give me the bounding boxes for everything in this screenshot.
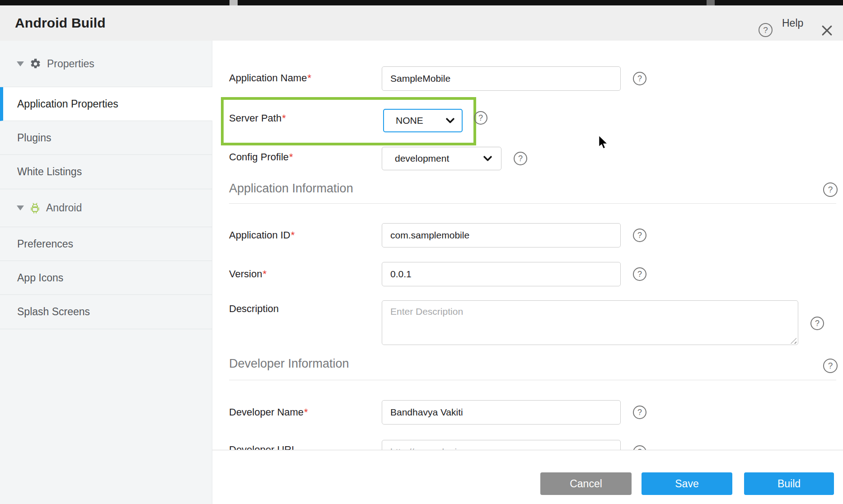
chevron-down-icon — [483, 156, 492, 162]
required-asterisk: * — [304, 406, 308, 418]
sidebar-item-splash-screens[interactable]: Splash Screens — [0, 295, 212, 329]
help-link[interactable]: Help — [782, 17, 803, 29]
help-circle-icon[interactable]: ? — [633, 72, 646, 85]
sidebar-item-label: Preferences — [17, 238, 73, 250]
chevron-down-icon — [446, 118, 454, 124]
application-name-label: Application Name* — [229, 72, 311, 84]
application-id-label: Application ID* — [229, 229, 295, 241]
help-circle-icon[interactable]: ? — [474, 111, 487, 125]
description-textarea[interactable] — [382, 300, 798, 345]
top-window-strip — [0, 0, 843, 5]
form-scroll-area: Application Name* ? Server Path* NONE ? … — [212, 41, 843, 450]
server-path-label: Server Path* — [229, 112, 286, 124]
top-strip-notch — [229, 0, 238, 5]
help-circle-icon[interactable]: ? — [633, 267, 646, 281]
config-profile-select[interactable]: development — [382, 147, 501, 170]
dialog-title: Android Build — [15, 15, 106, 31]
help-circle-icon[interactable]: ? — [633, 445, 646, 450]
triangle-down-icon — [17, 61, 24, 66]
help-circle-icon[interactable]: ? — [823, 182, 838, 197]
help-circle-icon[interactable]: ? — [810, 317, 824, 330]
sidebar-group-android[interactable]: Android — [0, 189, 212, 227]
help-circle-icon[interactable]: ? — [514, 152, 527, 165]
sidebar-item-label: Application Properties — [17, 98, 118, 110]
required-asterisk: * — [289, 151, 293, 163]
sidebar-item-preferences[interactable]: Preferences — [0, 227, 212, 261]
developer-information-heading: Developer Information — [229, 357, 349, 371]
developer-name-label: Developer Name* — [229, 406, 308, 418]
sidebar-item-label: Splash Screens — [17, 306, 90, 318]
help-circle-icon[interactable]: ? — [823, 359, 838, 373]
help-circle-icon[interactable]: ? — [633, 229, 646, 242]
cancel-button[interactable]: Cancel — [540, 472, 632, 495]
gear-icon — [30, 58, 41, 70]
developer-url-input[interactable] — [382, 440, 621, 450]
version-input[interactable] — [382, 262, 621, 286]
sidebar-item-label: Plugins — [17, 132, 51, 144]
sidebar-item-app-icons[interactable]: App Icons — [0, 261, 212, 295]
application-name-input[interactable] — [382, 66, 621, 91]
server-path-value: NONE — [396, 115, 423, 126]
required-asterisk: * — [307, 72, 311, 84]
sidebar-item-application-properties[interactable]: Application Properties — [0, 87, 212, 121]
android-build-dialog: { "window": { "title": "Android Build", … — [0, 0, 843, 504]
sidebar-group-properties[interactable]: Properties — [0, 41, 212, 87]
help-circle-icon[interactable]: ? — [633, 406, 646, 419]
developer-name-input[interactable] — [382, 400, 621, 425]
version-label: Version* — [229, 268, 267, 280]
sidebar-group-label: Properties — [47, 58, 94, 70]
config-profile-label: Config Profile* — [229, 151, 293, 163]
top-strip-notch — [707, 0, 715, 5]
config-profile-value: development — [395, 153, 449, 164]
help-circle-icon[interactable]: ? — [759, 23, 773, 37]
required-asterisk: * — [262, 268, 267, 280]
application-id-input[interactable] — [382, 223, 621, 247]
sidebar-item-label: App Icons — [17, 272, 63, 284]
description-label: Description — [229, 303, 279, 315]
triangle-down-icon — [17, 205, 24, 210]
application-information-heading: Application Information — [229, 182, 353, 196]
close-icon[interactable] — [821, 24, 833, 37]
section-divider — [229, 203, 836, 204]
dialog-header: Android Build ? Help — [0, 5, 843, 41]
sidebar-item-label: White Listings — [17, 166, 82, 178]
sidebar-item-white-listings[interactable]: White Listings — [0, 155, 212, 189]
developer-url-label: Developer URL — [229, 444, 297, 450]
sidebar: Properties Application Properties Plugin… — [0, 41, 212, 504]
form-panel: Application Name* ? Server Path* NONE ? … — [212, 41, 843, 504]
save-button[interactable]: Save — [642, 472, 732, 495]
required-asterisk: * — [282, 112, 286, 124]
section-divider — [229, 380, 836, 380]
build-button[interactable]: Build — [744, 472, 834, 495]
required-asterisk: * — [291, 229, 295, 241]
android-robot-icon — [30, 202, 40, 214]
sidebar-item-plugins[interactable]: Plugins — [0, 121, 212, 155]
sidebar-group-label: Android — [46, 202, 82, 214]
server-path-select[interactable]: NONE — [383, 109, 463, 132]
